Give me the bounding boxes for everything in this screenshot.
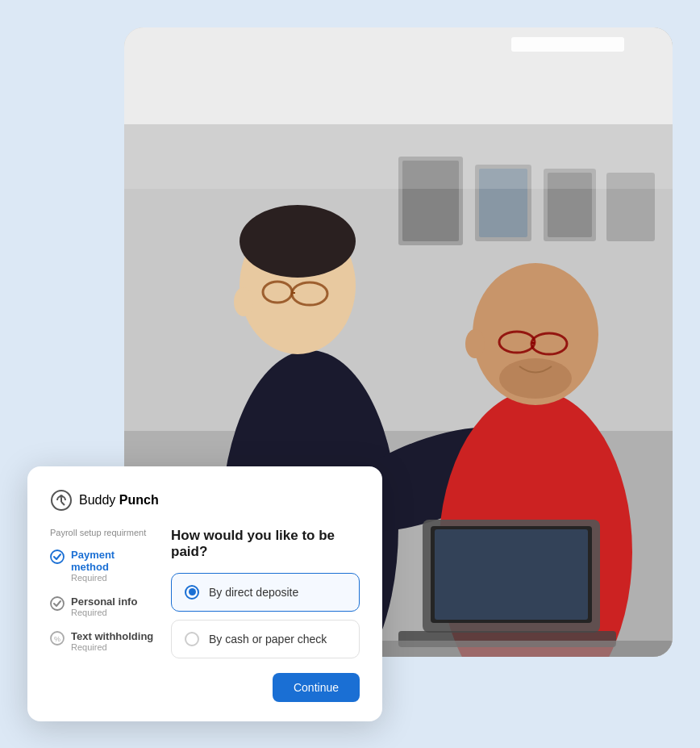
cash-check-option[interactable]: By cash or paper check [171, 620, 360, 658]
cash-check-radio[interactable] [185, 632, 199, 646]
sidebar-item-payment-sub: Required [71, 573, 155, 583]
payment-method-text: Payment method Required [71, 549, 155, 583]
tax-withholding-text: Text withholding Required [71, 630, 153, 652]
ui-card: Buddy Punch Payroll setup requirment Pay… [27, 466, 382, 721]
sidebar: Payroll setup requirment Payment method … [50, 528, 155, 702]
direct-deposit-label: By direct deposite [209, 586, 298, 599]
svg-text:%: % [54, 635, 60, 643]
svg-point-38 [51, 597, 64, 610]
continue-button[interactable]: Continue [273, 673, 360, 702]
sidebar-item-personal-info[interactable]: Personal info Required [50, 595, 155, 617]
logo-area: Buddy Punch [50, 489, 360, 512]
cash-check-label: By cash or paper check [209, 633, 327, 646]
sidebar-section-label: Payroll setup requirment [50, 528, 155, 537]
percent-circle-icon: % [50, 631, 65, 646]
main-area: How would you like to be paid? By direct… [171, 528, 360, 702]
sidebar-item-tax-withholding[interactable]: % Text withholding Required [50, 630, 155, 652]
svg-point-37 [51, 550, 64, 563]
sidebar-item-personal-label: Personal info [71, 595, 137, 608]
radio-inner-dot [189, 588, 196, 595]
svg-rect-29 [435, 529, 588, 620]
sidebar-item-payment-label: Payment method [71, 549, 155, 573]
direct-deposit-option[interactable]: By direct deposite [171, 573, 360, 612]
outer-container: Buddy Punch Payroll setup requirment Pay… [27, 27, 673, 721]
sidebar-item-tax-sub: Required [71, 642, 153, 652]
question-title: How would you like to be paid? [171, 528, 360, 560]
direct-deposit-radio[interactable] [185, 585, 199, 600]
svg-rect-31 [350, 641, 673, 657]
svg-point-19 [234, 287, 253, 316]
sidebar-item-tax-label: Text withholding [71, 630, 153, 642]
content-row: Payroll setup requirment Payment method … [50, 528, 360, 702]
sidebar-item-personal-sub: Required [71, 608, 137, 617]
svg-rect-32 [124, 27, 673, 189]
check-circle-icon-payment [50, 550, 65, 564]
svg-point-34 [60, 495, 63, 498]
svg-point-25 [499, 358, 572, 399]
check-circle-icon-personal [50, 596, 65, 611]
sidebar-item-payment-method[interactable]: Payment method Required [50, 549, 155, 583]
svg-point-15 [240, 205, 356, 278]
svg-line-36 [61, 502, 65, 505]
logo-text: Buddy Punch [79, 493, 159, 508]
continue-button-row: Continue [171, 673, 360, 702]
buddy-punch-logo-icon [50, 489, 73, 512]
personal-info-text: Personal info Required [71, 595, 137, 617]
svg-point-26 [465, 329, 485, 358]
